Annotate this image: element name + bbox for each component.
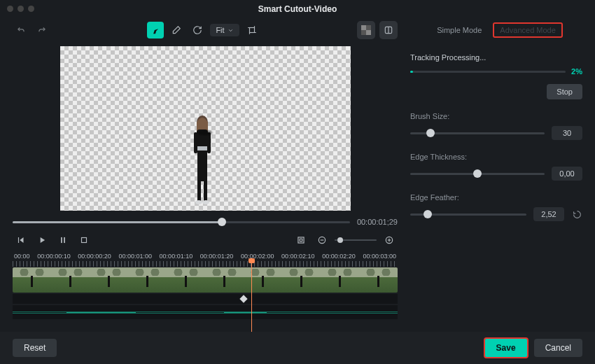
playback-fill	[13, 221, 222, 223]
ruler-tick: 00:00:00:20	[78, 253, 111, 260]
cutout-subject	[190, 115, 214, 208]
ruler-tick: 00:00:01:20	[200, 253, 234, 260]
undo-button[interactable]	[13, 22, 29, 38]
thumb	[51, 267, 90, 293]
svg-rect-17	[82, 238, 87, 243]
ruler-tick: 00:00:00:10	[37, 253, 71, 260]
audio-waveform	[13, 312, 398, 313]
stop-playback-button[interactable]	[76, 232, 92, 248]
ruler-tick: 00:00:03:00	[363, 253, 396, 260]
svg-rect-3	[366, 30, 371, 35]
svg-rect-19	[300, 239, 302, 241]
background-toggle[interactable]	[357, 21, 375, 39]
svg-rect-13	[194, 132, 197, 153]
svg-rect-16	[64, 237, 65, 243]
redo-button[interactable]	[34, 22, 50, 38]
svg-rect-2	[361, 25, 366, 30]
zoom-in-button[interactable]	[381, 232, 398, 248]
ruler-tick: 00:00:02:10	[281, 253, 315, 260]
ruler-tick: 00:00	[14, 253, 30, 260]
compare-toggle[interactable]	[379, 21, 398, 39]
edge-feather-reset[interactable]	[571, 209, 582, 220]
stop-processing-button[interactable]: Stop	[547, 84, 582, 99]
svg-rect-9	[197, 180, 201, 201]
reset-button[interactable]: Reset	[13, 339, 57, 357]
thumb	[13, 267, 51, 293]
svg-rect-10	[204, 180, 207, 201]
svg-rect-18	[298, 237, 304, 243]
ruler-tick: 00:00:02:20	[322, 253, 356, 260]
thumb	[205, 267, 244, 293]
snap-button[interactable]	[293, 232, 309, 248]
brush-size-slider[interactable]	[410, 132, 545, 134]
pause-button[interactable]	[55, 232, 71, 248]
zoom-out-button[interactable]	[314, 232, 330, 248]
svg-point-11	[195, 200, 202, 204]
auto-select-tool[interactable]	[147, 22, 164, 38]
svg-point-12	[202, 200, 209, 204]
processing-progress-fill	[410, 71, 413, 73]
tab-simple-mode[interactable]: Simple Mode	[430, 22, 489, 38]
playback-slider[interactable]	[13, 221, 350, 223]
current-timecode: 00:00:01;29	[357, 218, 398, 226]
svg-rect-8	[197, 150, 207, 181]
thumb	[128, 267, 167, 293]
play-button[interactable]	[34, 232, 50, 248]
ruler-tick: 00:00:01:10	[160, 253, 193, 260]
compare-icon	[384, 25, 393, 35]
processing-status: Tracking Processing...	[410, 53, 582, 62]
chevron-down-icon	[227, 27, 234, 34]
timeline-zoom-slider[interactable]	[335, 239, 377, 241]
eraser-tool[interactable]	[168, 22, 185, 38]
timeline-ruler[interactable]: 00:00 00:00:00:10 00:00:00:20 00:00:01:0…	[13, 253, 398, 260]
thumb	[90, 267, 128, 293]
zoom-fit-select[interactable]: Fit	[210, 24, 239, 36]
subject-shadow	[197, 130, 213, 135]
thumb	[321, 267, 359, 293]
edge-thickness-value[interactable]: 0,00	[552, 167, 582, 181]
processing-progress-bar	[410, 71, 566, 73]
zoom-fit-label: Fit	[216, 26, 224, 34]
svg-rect-0	[249, 28, 254, 33]
processing-percent: 2%	[571, 67, 582, 76]
edge-feather-slider[interactable]	[410, 214, 526, 216]
keyframe-lane[interactable]	[13, 294, 398, 304]
edge-thickness-knob[interactable]	[473, 169, 482, 178]
brush-size-label: Brush Size:	[410, 112, 582, 120]
edge-feather-knob[interactable]	[424, 210, 432, 218]
timeline-zoom-knob[interactable]	[337, 237, 343, 243]
preview-canvas[interactable]	[60, 46, 351, 211]
svg-rect-15	[61, 237, 62, 243]
ruler-tick: 00:00:02:00	[241, 253, 274, 260]
cancel-button[interactable]: Cancel	[534, 339, 582, 357]
edge-feather-value[interactable]: 2,52	[533, 207, 564, 221]
keyframe-marker[interactable]	[239, 295, 247, 302]
audio-lane[interactable]	[13, 305, 398, 319]
tab-advanced-mode[interactable]: Advanced Mode	[493, 22, 563, 38]
brush-size-value[interactable]: 30	[552, 126, 582, 140]
playback-knob[interactable]	[218, 218, 226, 226]
save-button[interactable]: Save	[484, 337, 528, 358]
checker-icon	[361, 25, 371, 35]
filmstrip[interactable]	[13, 267, 398, 293]
edge-thickness-label: Edge Thickness:	[410, 153, 582, 161]
refresh-tool[interactable]	[189, 22, 206, 38]
ruler-tick: 00:00:01:00	[118, 253, 152, 260]
window-title: Smart Cutout-Video	[0, 4, 595, 14]
edge-thickness-slider[interactable]	[410, 173, 545, 175]
edge-feather-label: Edge Feather:	[410, 193, 582, 202]
crop-tool[interactable]	[244, 22, 260, 38]
brush-size-knob[interactable]	[426, 129, 435, 137]
thumb	[282, 267, 321, 293]
ruler-ticks	[13, 261, 398, 267]
prev-frame-button[interactable]	[13, 232, 29, 248]
svg-rect-14	[207, 132, 211, 153]
thumb	[244, 267, 282, 293]
thumb	[167, 267, 205, 293]
thumb	[359, 267, 398, 293]
